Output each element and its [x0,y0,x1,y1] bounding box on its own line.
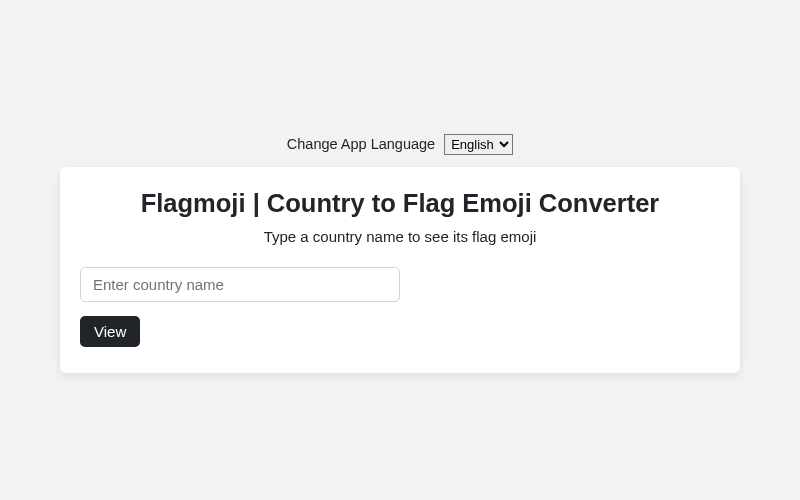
input-row [80,267,720,302]
main-card: Flagmoji | Country to Flag Emoji Convert… [60,167,740,373]
page-subtitle: Type a country name to see its flag emoj… [80,228,720,245]
view-button[interactable]: View [80,316,140,347]
page-title: Flagmoji | Country to Flag Emoji Convert… [80,189,720,218]
language-label: Change App Language [287,136,435,152]
country-input[interactable] [80,267,400,302]
language-select[interactable]: English [444,134,513,155]
language-bar: Change App Language English [0,134,800,155]
